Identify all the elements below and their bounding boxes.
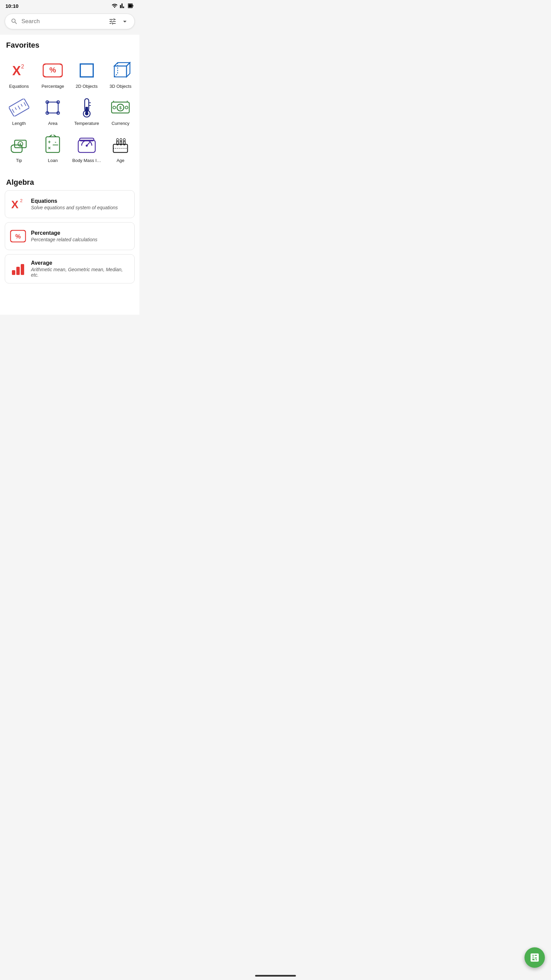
tip-icon: $: [8, 134, 30, 155]
svg-text:X: X: [12, 64, 21, 78]
bmi-icon: [76, 134, 97, 155]
fav-bmi[interactable]: Body Mass I…: [70, 130, 103, 166]
list-percentage-desc: Percentage related calculations: [31, 237, 97, 242]
svg-line-19: [15, 108, 16, 110]
svg-rect-71: [21, 264, 24, 275]
svg-rect-70: [16, 267, 20, 275]
list-average-icon: [10, 261, 26, 277]
list-percentage-text: Percentage Percentage related calculatio…: [31, 230, 97, 242]
svg-rect-23: [47, 102, 58, 113]
fav-area[interactable]: Area: [37, 93, 69, 129]
svg-text:×: ×: [48, 145, 51, 151]
list-percentage[interactable]: % Percentage Percentage related calculat…: [5, 222, 135, 250]
svg-text:$: $: [19, 143, 21, 146]
chevron-down-icon[interactable]: [121, 18, 129, 25]
main-content: Favorites X 2 Equations: [0, 35, 140, 315]
svg-rect-52: [79, 138, 94, 141]
svg-text:+: +: [48, 139, 51, 145]
3d-objects-icon: [110, 60, 131, 81]
fav-equations[interactable]: X 2 Equations: [3, 56, 35, 92]
fav-3d-label: 3D Objects: [110, 84, 131, 89]
fav-temperature-label: Temperature: [74, 121, 99, 126]
svg-line-22: [24, 102, 26, 106]
list-equations-text: Equations Solve equations and system of …: [31, 198, 118, 210]
svg-text:2: 2: [21, 64, 24, 69]
svg-rect-11: [80, 64, 93, 77]
fav-length-label: Length: [12, 121, 26, 126]
age-icon: [110, 134, 131, 155]
fav-area-label: Area: [48, 121, 57, 126]
area-icon: [42, 97, 63, 118]
status-bar: 10:10: [0, 0, 140, 11]
fav-currency-label: Currency: [111, 121, 130, 126]
svg-line-15: [114, 73, 118, 77]
battery-icon: [128, 3, 134, 9]
svg-rect-1: [133, 5, 133, 7]
favorites-title: Favorites: [0, 35, 140, 53]
svg-text:2: 2: [20, 198, 22, 203]
fav-age-label: Age: [117, 158, 124, 163]
algebra-section: Algebra X 2 Equations Solve equations an…: [0, 172, 140, 315]
wifi-icon: [111, 3, 118, 9]
fav-bmi-label: Body Mass I…: [72, 158, 101, 163]
svg-rect-69: [12, 270, 15, 275]
list-equations-icon: X 2: [10, 196, 26, 212]
fav-age[interactable]: Age: [105, 130, 137, 166]
list-average-desc: Arithmetic mean, Geometric mean, Median,…: [31, 267, 130, 278]
svg-point-38: [125, 106, 128, 109]
favorites-section: Favorites X 2 Equations: [0, 35, 140, 172]
fav-loan-label: Loan: [48, 158, 58, 163]
search-controls: [108, 18, 129, 25]
list-average-text: Average Arithmetic mean, Geometric mean,…: [31, 260, 130, 278]
svg-line-18: [12, 109, 14, 113]
fav-currency[interactable]: $ Currency: [105, 93, 137, 129]
list-percentage-icon: %: [10, 228, 26, 244]
length-icon: [8, 97, 30, 118]
search-input[interactable]: [21, 18, 108, 25]
fav-percentage-label: Percentage: [41, 84, 64, 89]
fav-2d-label: 2D Objects: [76, 84, 98, 89]
status-icons: [111, 3, 134, 9]
svg-text:%: %: [15, 233, 21, 240]
temperature-icon: [76, 97, 97, 118]
2d-objects-icon: [76, 60, 97, 81]
fav-percentage[interactable]: % Percentage: [37, 56, 69, 92]
loan-icon: + - ×: [42, 134, 63, 155]
fav-loan[interactable]: + - × Loan: [37, 130, 69, 166]
svg-point-51: [86, 145, 88, 147]
favorites-grid: X 2 Equations %: [0, 53, 140, 172]
status-time: 10:10: [5, 3, 18, 9]
fav-tip[interactable]: $ Tip: [3, 130, 35, 166]
list-equations-desc: Solve equations and system of equations: [31, 205, 118, 210]
list-average[interactable]: Average Arithmetic mean, Geometric mean,…: [5, 254, 135, 283]
fav-tip-label: Tip: [16, 158, 22, 163]
svg-text:$: $: [119, 105, 122, 110]
search-icon: [11, 18, 18, 25]
svg-text:%: %: [49, 66, 56, 74]
svg-line-21: [21, 104, 22, 107]
svg-text:X: X: [11, 198, 19, 211]
percentage-icon: %: [42, 60, 63, 81]
search-bar[interactable]: [5, 14, 135, 29]
equations-icon: X 2: [8, 60, 30, 81]
svg-rect-2: [129, 5, 132, 8]
fav-temperature[interactable]: Temperature: [70, 93, 103, 129]
fav-2d-objects[interactable]: 2D Objects: [70, 56, 103, 92]
algebra-title: Algebra: [0, 172, 140, 190]
svg-rect-31: [86, 107, 88, 113]
list-equations[interactable]: X 2 Equations Solve equations and system…: [5, 190, 135, 218]
svg-marker-14: [127, 63, 130, 77]
currency-icon: $: [110, 97, 131, 118]
svg-text:-: -: [55, 139, 56, 145]
fav-3d-objects[interactable]: 3D Objects: [105, 56, 137, 92]
svg-point-37: [113, 106, 116, 109]
svg-line-20: [18, 106, 20, 109]
list-equations-title: Equations: [31, 198, 118, 204]
fav-equations-label: Equations: [9, 84, 29, 89]
filter-icon[interactable]: [108, 18, 117, 25]
list-average-title: Average: [31, 260, 130, 266]
fav-length[interactable]: Length: [3, 93, 35, 129]
signal-icon: [120, 3, 126, 9]
list-percentage-title: Percentage: [31, 230, 97, 236]
